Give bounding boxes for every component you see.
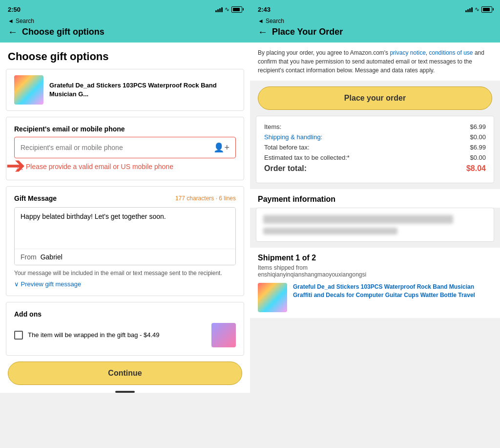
shipment-product-row: Grateful De_ad Stickers 103PCS Waterproo… (258, 283, 492, 312)
estimated-tax-row: Estimated tax to be collected:* $0.00 (264, 154, 486, 161)
right-time: 2:43 (258, 6, 271, 13)
order-total-row: Order total: $8.04 (264, 164, 486, 173)
payment-title: Payment information (250, 189, 500, 208)
items-label: Items: (264, 123, 281, 130)
left-page-title-header: Choose gift options (22, 27, 104, 37)
signal-icon (215, 6, 223, 12)
message-textarea-wrapper: From Gabriel (14, 207, 236, 265)
before-tax-label: Total before tax: (264, 144, 310, 151)
privacy-notice-link[interactable]: privacy notice (390, 49, 425, 56)
addon-image (211, 323, 236, 347)
order-summary-card: Items: $6.99 Shipping & handling: $0.00 … (256, 116, 494, 183)
left-content-area: Choose gift options Grateful De_ad Stick… (0, 43, 250, 448)
payment-info-blurred-2 (263, 228, 397, 235)
recipient-label: Recipient's email or mobile phone (14, 125, 236, 133)
addon-text: The item will be wrapped in the gift bag… (28, 331, 207, 339)
right-nav-row: ← Place Your Order (250, 26, 500, 43)
error-text: Please provide a valid email or US mobil… (26, 162, 173, 172)
order-info-prefix: By placing your order, you agree to Amaz… (258, 49, 390, 56)
right-wifi-icon: ∿ (475, 6, 479, 13)
shipping-value: $0.00 (470, 133, 486, 141)
person-icon: 👤+ (213, 142, 229, 153)
place-order-button[interactable]: Place your order (258, 86, 492, 110)
message-hint: Your message will be included in the ema… (14, 269, 236, 277)
shipping-label: Shipping & handling: (264, 133, 322, 141)
from-row: From Gabriel (15, 249, 235, 265)
left-content-white: Choose gift options Grateful De_ad Stick… (0, 43, 250, 393)
left-time: 2:50 (8, 6, 21, 13)
shipment-title: Shipment 1 of 2 (258, 254, 492, 262)
recipient-input[interactable] (21, 144, 209, 151)
left-screen: 2:50 ∿ ◄ Search (0, 0, 250, 448)
continue-button[interactable]: Continue (8, 362, 242, 385)
left-status-icons: ∿ (215, 6, 242, 13)
shipment-product-name: Grateful De_ad Stickers 103PCS Waterproo… (293, 283, 492, 299)
right-signal-icon (465, 6, 473, 12)
order-total-value: $8.04 (466, 164, 486, 173)
items-row: Items: $6.99 (264, 123, 486, 130)
right-back-button[interactable]: ← (258, 26, 268, 38)
shipment-product-main: Grateful De_ad Stickers 103PCS Waterproo… (293, 283, 474, 290)
error-row: ⚠ Please provide a valid email or US mob… (14, 162, 236, 172)
char-count: 177 characters · 6 lines (175, 195, 236, 202)
right-search-label-small[interactable]: Search (266, 18, 284, 24)
estimated-tax-value: $0.00 (470, 154, 486, 161)
right-search-row: ◄ Search (250, 18, 500, 26)
product-name: Grateful De_ad Stickers 103PCS Waterproo… (49, 81, 236, 99)
battery-icon (231, 6, 242, 13)
recipient-input-wrapper[interactable]: 👤+ (14, 137, 236, 158)
right-status-bar: 2:43 ∿ (250, 0, 500, 18)
order-total-label: Order total: (264, 164, 307, 173)
red-arrow: ➔ (6, 151, 25, 179)
back-chevron-small: ◄ (8, 18, 14, 24)
left-back-button[interactable]: ← (8, 26, 18, 38)
shipping-row: Shipping & handling: $0.00 (264, 133, 486, 141)
gift-message-section: Gift Message 177 characters · 6 lines Fr… (6, 186, 244, 296)
from-value: Gabriel (41, 253, 62, 261)
left-nav-row: ← Choose gift options (0, 26, 250, 43)
conditions-link[interactable]: conditions of use (429, 49, 473, 56)
left-search-row: ◄ Search (0, 18, 250, 26)
product-row: Grateful De_ad Stickers 103PCS Waterproo… (6, 69, 244, 111)
payment-info-blurred-1 (263, 215, 453, 224)
gift-message-title: Gift Message (14, 194, 57, 202)
right-screen: 2:43 ∿ ◄ Search (250, 0, 500, 448)
recipient-section: Recipient's email or mobile phone 👤+ ⚠ P… (6, 117, 244, 180)
wifi-icon: ∿ (225, 6, 229, 13)
shipment-section: Shipment 1 of 2 Items shipped from enshi… (250, 248, 500, 318)
right-content-area: By placing your order, you agree to Amaz… (250, 43, 500, 448)
before-tax-row: Total before tax: $6.99 (264, 144, 486, 151)
right-battery-icon (481, 6, 492, 13)
addons-section: Add ons The item will be wrapped in the … (6, 302, 244, 356)
right-page-title-header: Place Your Order (272, 27, 343, 37)
right-back-chevron-small: ◄ (258, 18, 264, 24)
order-info-text: By placing your order, you agree to Amaz… (250, 43, 500, 81)
addon-item: The item will be wrapped in the gift bag… (14, 323, 236, 347)
shipment-product-link: Graffiti and Decals for Computer Guitar … (293, 292, 475, 299)
shipment-from-label: Items shipped from (258, 264, 308, 271)
estimated-tax-label: Estimated tax to be collected:* (264, 154, 350, 161)
product-thumbnail (14, 75, 43, 105)
from-label: From (21, 253, 37, 261)
gift-message-header: Gift Message 177 characters · 6 lines (14, 194, 236, 202)
shipment-from-value: enshiqianyinqianshangmaoyouxiangongsi (258, 271, 366, 278)
scroll-indicator (115, 391, 135, 393)
gift-options-title: Choose gift options (0, 43, 250, 69)
addons-title: Add ons (14, 310, 236, 318)
search-label-small[interactable]: Search (16, 18, 34, 24)
items-value: $6.99 (470, 123, 486, 130)
preview-gift-message-link[interactable]: ∨ Preview gift message (14, 280, 236, 288)
before-tax-value: $6.99 (470, 144, 486, 151)
left-status-bar: 2:50 ∿ (0, 0, 250, 18)
shipment-thumbnail (258, 283, 287, 312)
right-status-icons: ∿ (465, 6, 492, 13)
payment-card (256, 208, 494, 242)
shipment-from: Items shipped from enshiqianyinqianshang… (258, 264, 492, 278)
message-textarea[interactable] (15, 208, 235, 247)
addon-checkbox[interactable] (14, 331, 23, 340)
